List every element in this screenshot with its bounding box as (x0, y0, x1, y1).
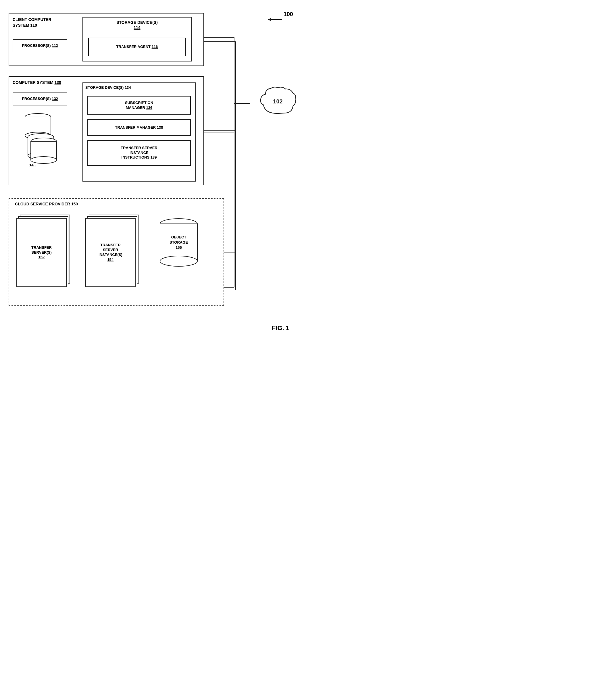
storage-device-114-box: STORAGE DEVICE(S)114 TRANSFER AGENT 116 (82, 17, 192, 61)
network-cloud-102: 102 (259, 86, 297, 118)
svg-point-16 (31, 157, 57, 164)
computer-system-130-box: COMPUTER SYSTEM 130 PROCESSOR(S) 132 (9, 76, 204, 185)
diagram: 100 CLIENT COMPUTERSYSTEM 110 PROCESSOR(… (0, 0, 308, 340)
db-140-label: 140 (29, 163, 36, 167)
object-storage-label: OBJECTSTORAGE156 (156, 235, 202, 251)
client-system-label: CLIENT COMPUTERSYSTEM 110 (12, 17, 51, 28)
processor-132-box: PROCESSOR(S) 132 (12, 92, 67, 106)
ref-number-100: 100 (284, 11, 293, 18)
cloud-provider-label: CLOUD SERVICE PROVIDER 150 (15, 202, 78, 206)
transfer-agent-116-box: TRANSFER AGENT 116 (88, 38, 186, 56)
cloud-provider-150-box: CLOUD SERVICE PROVIDER 150 TRANSFERSERVE… (9, 198, 224, 306)
subscription-manager-136-box: SUBSCRIPTIONMANAGER 136 (87, 96, 191, 115)
processor-112-box: PROCESSOR(S) 112 (12, 39, 67, 52)
transfer-manager-138-box: TRANSFER MANAGER 138 (87, 119, 191, 136)
storage-device-134-label: STORAGE DEVICE(S) 134 (85, 85, 131, 90)
storage-device-114-label: STORAGE DEVICE(S)114 (116, 20, 158, 30)
transfer-server-instances-154: TRANSFERSERVERINSTANCE(S)154 (85, 215, 141, 289)
computer-system-130-label: COMPUTER SYSTEM 130 (12, 80, 61, 85)
svg-text:102: 102 (273, 98, 282, 105)
svg-marker-1 (268, 18, 271, 21)
client-computer-system-box: CLIENT COMPUTERSYSTEM 110 PROCESSOR(S) 1… (9, 13, 204, 66)
figure-label: FIG. 1 (272, 324, 289, 332)
transfer-server-instructions-139-box: TRANSFER SERVERINSTANCEINSTRUCTIONS 139 (87, 140, 191, 166)
storage-device-134-box: STORAGE DEVICE(S) 134 SUBSCRIPTIONMANAGE… (82, 82, 196, 181)
object-storage-156: OBJECTSTORAGE156 (156, 218, 202, 279)
svg-point-19 (160, 256, 197, 266)
transfer-servers-152: TRANSFERSERVER(S)152 (17, 215, 73, 289)
